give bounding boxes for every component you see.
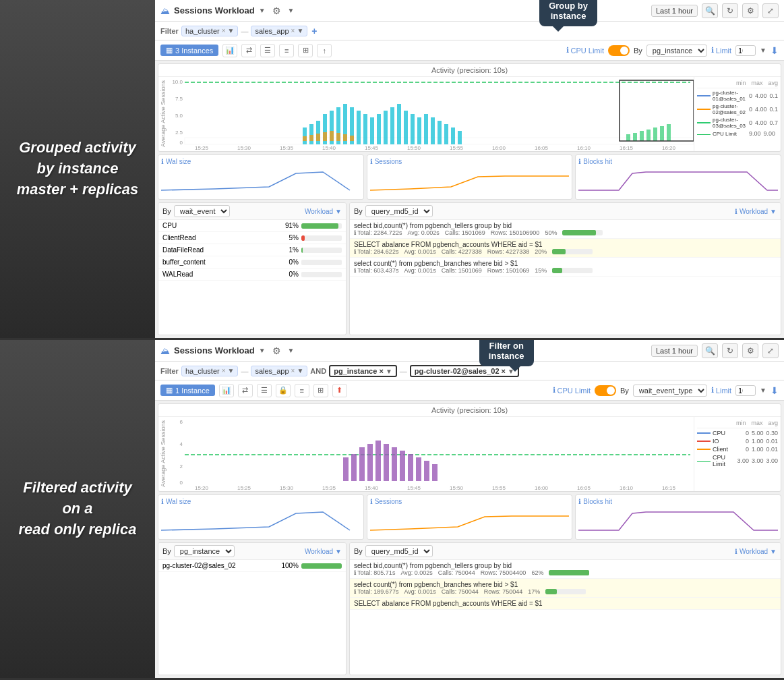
grid-view-btn-1[interactable]: ⊞: [298, 44, 313, 57]
title-dropdown-arrow-2[interactable]: ▼: [259, 347, 266, 354]
filter-tag-pg-instance-2[interactable]: pg_instance × ▼: [329, 365, 397, 377]
progress-track-clientread: [301, 235, 342, 241]
blockshit-title-2: ℹ Blocks hit: [578, 498, 778, 505]
svg-text:15:55: 15:55: [450, 145, 464, 151]
query-text-1-2: select bid,count(*) from pgbench_tellers…: [354, 562, 556, 569]
workload-by-select-right-2[interactable]: query_md5_id: [365, 545, 433, 557]
by-select-1[interactable]: pg_instance: [646, 45, 707, 57]
query-row-1-1: select bid,count(*) from pgbench_tellers…: [350, 220, 781, 239]
filter-tag-sales-app-1[interactable]: sales_app × ▼: [251, 26, 307, 36]
expand-button-2[interactable]: ⤢: [762, 343, 779, 358]
query-stats-1-2: ℹ Total: 805.71s Avg: 0.002s Calls: 7500…: [354, 569, 777, 576]
filter-tag-arrow-1[interactable]: ▼: [228, 27, 235, 34]
gear-button-2[interactable]: ⚙: [270, 344, 284, 358]
add-filter-button-1[interactable]: +: [310, 26, 318, 36]
download-button-1[interactable]: ⬇: [771, 45, 779, 56]
workload-by-select-left-2[interactable]: pg_instance: [174, 545, 235, 557]
workload-panel-left-1: By wait_event Workload ▼ CPU 91%: [158, 202, 346, 335]
workload-panel-left-2: By pg_instance Workload ▼ pg-cluster-02@…: [158, 542, 346, 675]
info-icon-limit-2: ℹ: [711, 386, 714, 395]
instances-label-2: 1 Instance: [175, 387, 210, 395]
search-button-1[interactable]: 🔍: [702, 3, 718, 18]
page-title-1: Sessions Workload: [174, 5, 255, 16]
refresh-button-1[interactable]: ↻: [722, 3, 738, 18]
settings-button-2[interactable]: ⚙: [742, 343, 758, 358]
chart-with-legend-1: Average Active Sessions 10.0 7.5 5.0 2.5…: [158, 77, 781, 151]
filter-separator-1: —: [241, 27, 248, 35]
workload-by-left-2: By pg_instance: [162, 545, 235, 557]
refresh-button-2[interactable]: ↻: [722, 343, 738, 358]
export-view-btn-1[interactable]: ↑: [317, 44, 332, 57]
share-view-btn-2[interactable]: ⇄: [238, 384, 253, 397]
cpu-limit-label-1: ℹ CPU Limit: [566, 46, 605, 55]
svg-rect-64: [343, 457, 349, 481]
title-dropdown-arrow-1[interactable]: ▼: [259, 7, 266, 14]
filter-tag-arrow-2[interactable]: ▼: [297, 27, 303, 34]
small-charts-row-2: ℹ Wal size ℹ Sessions ℹ Bloc: [158, 494, 781, 540]
filter-tag-ha-cluster-1[interactable]: ha_cluster × ▼: [181, 26, 239, 36]
sidebar-1: Grouped activity by instance master + re…: [0, 0, 155, 338]
gear-button-1[interactable]: ⚙: [270, 4, 284, 18]
toolbar-right-2: ℹ CPU Limit By wait_event_type ℹ Limit ▼…: [553, 385, 779, 397]
legend-header-2: min max avg: [697, 420, 778, 428]
filter-tag-close-1[interactable]: ×: [222, 27, 226, 34]
gear-dropdown-arrow-1[interactable]: ▼: [288, 7, 295, 14]
list-view-btn-2[interactable]: ≡: [295, 384, 309, 397]
filter-tag-pg-cluster-2[interactable]: pg-cluster-02@sales_02 × ▼: [410, 365, 519, 377]
svg-rect-7: [303, 128, 307, 144]
instances-icon-2: ▦: [166, 386, 173, 395]
list-view-btn-1[interactable]: ≡: [279, 44, 294, 57]
info-icon-limit-1: ℹ: [711, 46, 714, 55]
svg-text:15:35: 15:35: [322, 485, 336, 491]
chart-view-btn-1[interactable]: 📊: [222, 44, 237, 57]
cpu-limit-toggle-2[interactable]: [595, 385, 616, 396]
svg-rect-22: [404, 111, 408, 144]
limit-arrow-2[interactable]: ▼: [760, 387, 766, 394]
cpu-limit-toggle-1[interactable]: [608, 45, 630, 56]
filter-close-sales-2[interactable]: ×: [291, 367, 295, 374]
workload-panel-right-1: By query_md5_id ℹ Workload ▼ select bid,…: [349, 202, 781, 335]
by-select-2[interactable]: wait_event_type: [633, 385, 707, 397]
export-view-btn-2[interactable]: ⬆: [332, 384, 347, 397]
svg-rect-20: [390, 107, 394, 144]
share-view-btn-1[interactable]: ⇄: [241, 44, 256, 57]
expand-button-1[interactable]: ⤢: [762, 3, 779, 18]
and-label-2: AND: [310, 367, 326, 375]
small-chart-sessions-1: ℹ Sessions: [367, 154, 573, 200]
walsize-title-1: ℹ Wal size: [161, 158, 361, 165]
limit-input-2[interactable]: [735, 385, 756, 396]
chart-view-btn-2[interactable]: 📊: [219, 384, 234, 397]
mountain-icon-2: ⛰: [160, 345, 170, 356]
workload-header-left-1: By wait_event Workload ▼: [158, 203, 346, 220]
filter-close-pg-cluster-2[interactable]: ×: [502, 367, 506, 375]
time-range-button-2[interactable]: Last 1 hour: [651, 345, 698, 357]
legend-item-cpulimit-2: CPU Limit 3.003.003.00: [697, 454, 778, 468]
lock-view-btn-2[interactable]: 🔒: [276, 384, 291, 397]
download-button-2[interactable]: ⬇: [771, 385, 779, 396]
limit-arrow-1[interactable]: ▼: [760, 47, 766, 54]
table-view-btn-1[interactable]: ☰: [260, 44, 275, 57]
filter-close-ha-2[interactable]: ×: [222, 367, 226, 374]
filter-tag-sales-app-2[interactable]: sales_app × ▼: [251, 366, 307, 376]
instances-button-2[interactable]: ▦ 1 Instance: [160, 385, 215, 396]
grid-view-btn-2[interactable]: ⊞: [313, 384, 328, 397]
svg-rect-42: [646, 130, 651, 141]
filter-close-pg-instance-2[interactable]: ×: [379, 367, 383, 375]
time-range-button-1[interactable]: Last 1 hour: [651, 5, 698, 17]
limit-input-1[interactable]: [735, 45, 756, 56]
settings-button-1[interactable]: ⚙: [742, 3, 758, 18]
workload-by-select-left-1[interactable]: wait_event: [174, 205, 230, 217]
workload-title-right-2: Workload ▼: [305, 548, 342, 555]
y-axis-label-2: Average Active Sessions: [158, 417, 168, 491]
filter-tag-ha-cluster-2[interactable]: ha_cluster × ▼: [181, 366, 239, 376]
top-bar-1: ⛰ Sessions Workload ▼ ⚙ ▼ Group byinstan…: [155, 0, 784, 22]
svg-rect-74: [424, 461, 429, 481]
info-icon-wal-2: ℹ: [161, 498, 164, 505]
filter-tag-close-2[interactable]: ×: [291, 27, 295, 34]
search-button-2[interactable]: 🔍: [702, 343, 718, 358]
gear-dropdown-arrow-2[interactable]: ▼: [288, 347, 295, 354]
instances-button-1[interactable]: ▦ 3 Instances: [160, 45, 218, 56]
legend-item-1: pg-cluster-01@sales_01 04.000.1: [697, 90, 778, 102]
table-view-btn-2[interactable]: ☰: [257, 384, 272, 397]
workload-by-select-right-1[interactable]: query_md5_id: [365, 205, 433, 217]
